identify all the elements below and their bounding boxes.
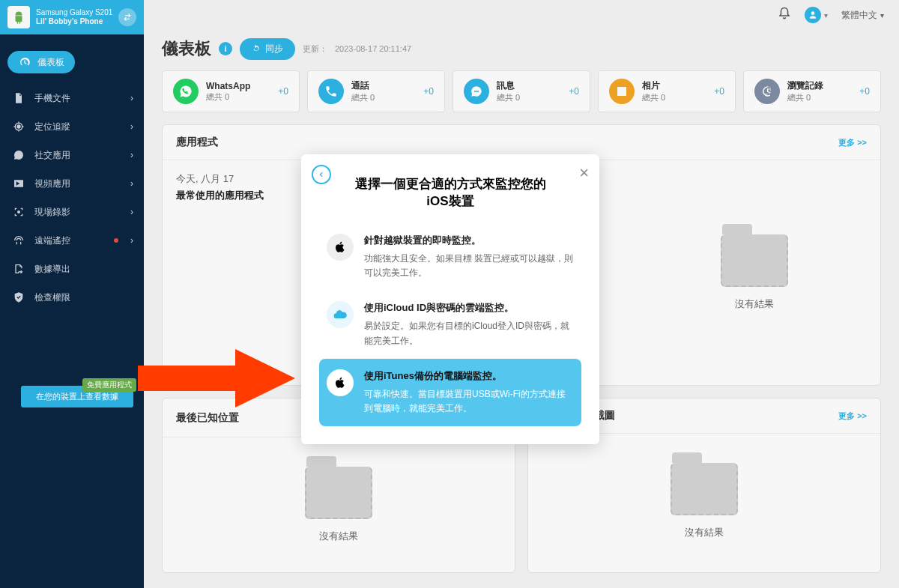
- apple-icon: [327, 234, 354, 261]
- option-jailbreak[interactable]: 針對越獄裝置的即時監控。 功能強大且安全。如果目標 裝置已經或可以越獄，則可以完…: [319, 223, 581, 291]
- option-desc: 功能強大且安全。如果目標 裝置已經或可以越獄，則可以完美工作。: [364, 252, 574, 280]
- option-desc: 可靠和快速。當目標裝置用USB或Wi-Fi的方式連接到電腦時，就能完美工作。: [364, 387, 574, 416]
- option-icloud[interactable]: 使用iCloud ID與密碼的雲端監控。 易於設定。如果您有目標的iCloud登…: [319, 291, 581, 358]
- apple-icon: [327, 369, 354, 396]
- option-title: 使用iTunes備份的電腦端監控。: [364, 369, 574, 383]
- back-button[interactable]: [312, 165, 331, 184]
- close-button[interactable]: ×: [579, 163, 589, 183]
- option-title: 使用iCloud ID與密碼的雲端監控。: [364, 301, 574, 315]
- cloud-icon: [327, 301, 354, 328]
- option-title: 針對越獄裝置的即時監控。: [364, 234, 574, 247]
- option-itunes[interactable]: 使用iTunes備份的電腦端監控。 可靠和快速。當目標裝置用USB或Wi-Fi的…: [319, 359, 581, 426]
- option-desc: 易於設定。如果您有目標的iCloud登入ID與密碼，就能完美工作。: [364, 319, 574, 348]
- monitor-mode-modal: × 選擇一個更合適的方式來監控您的iOS裝置 針對越獄裝置的即時監控。 功能強大…: [301, 154, 599, 444]
- modal-title: 選擇一個更合適的方式來監控您的iOS裝置: [319, 171, 581, 223]
